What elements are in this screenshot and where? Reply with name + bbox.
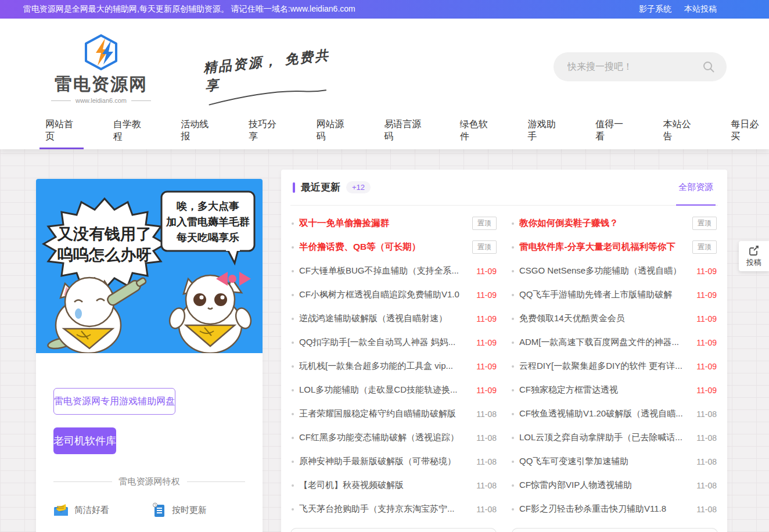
article-row: LOL多功能辅助（走砍显CD技能轨迹换...11-09 [292,378,497,402]
bullet-icon [512,413,514,415]
article-row: CF惊雷内部VIP人物透视辅助11-08 [512,473,717,497]
bullet-icon [292,437,294,439]
submit-post-float-button[interactable]: 投稿 [739,241,769,271]
logo-title: 雷电资源网 [43,74,159,94]
article-row: 【老司机】秋葵视频破解版11-08 [292,473,497,497]
site-logo[interactable]: 雷电资源网 www.leidian6.com [43,34,159,104]
edit-square-icon [748,245,760,256]
article-date: 11-08 [696,433,717,443]
article-link[interactable]: 王者荣耀国服稳定椿守约自瞄辅助破解版 [299,408,471,419]
article-date: 11-09 [696,290,717,300]
article-link[interactable]: 【老司机】秋葵视频破解版 [299,480,471,491]
nav-item-2[interactable]: 活动线报 [175,112,219,149]
article-link[interactable]: 飞天茅台抢购助手（支持京东淘宝苏宁... [299,504,471,515]
article-link[interactable]: CF影之刃轻击秒杀重击快刀辅助V11.8 [519,504,691,515]
section-title: 最近更新 [301,181,340,194]
latest-updates-card: 最近更新 +12 全部资源 双十一免单偷撸捡漏群置顶半价撸话费、QB等（可长期）… [281,170,727,532]
envelope-icon [53,503,69,517]
article-date: 11-09 [696,314,717,323]
feature-item-updates: 按时更新 [152,502,245,517]
nav-item-9[interactable]: 本站公告 [657,112,702,149]
feature-item-clean: 简洁好看 [53,502,146,517]
topbar-link-site-submit[interactable]: 本站投稿 [684,4,717,15]
article-link[interactable]: 雷电软件库-分享大量老司机福利等你下 [519,241,687,253]
bullet-icon [512,222,514,225]
nav-item-6[interactable]: 绿色软件 [454,112,498,149]
all-resources-link[interactable]: 全部资源 [676,170,716,206]
article-row: 免费领取14天优酷黄金会员11-09 [512,307,717,330]
article-link[interactable]: CF惊雷内部VIP人物透视辅助 [519,480,691,491]
feature-list: 简洁好看 按时更新 [53,502,245,532]
nav-item-5[interactable]: 易语言源码 [378,112,430,149]
article-link[interactable]: CF独家稳定方框雷达透视 [519,384,691,396]
privilege-divider: 雷电资源网特权 [53,476,245,487]
nav-item-8[interactable]: 值得一看 [590,112,634,149]
article-row: 玩机栈[一款集合超多功能的工具盒 vip...11-09 [292,354,497,378]
comic-bubble-left-line2: 呜呜怎么办呀 [58,246,152,264]
logo-domain: www.leidian6.com [43,97,159,104]
article-row: QQ扣字助手[一款全自动骂人神器 妈妈...11-09 [292,330,497,354]
article-link[interactable]: LOL多功能辅助（走砍显CD技能轨迹换... [299,384,471,396]
article-row: 逆战鸿途辅助破解版（透视自瞄射速）11-09 [292,307,497,330]
article-link[interactable]: 云程DIY[一款聚集超多DIY的软件 更有详... [519,361,691,372]
article-link[interactable]: LOL云顶之弈自动拿牌助手（已去除喊话... [519,432,691,443]
article-link[interactable]: QQ飞车可变速引擎加速辅助 [519,456,691,467]
bullet-icon [512,318,514,320]
article-link[interactable]: 玩机栈[一款集合超多功能的工具盒 vip... [299,361,471,372]
slogan-swoosh [206,85,329,107]
nav-item-10[interactable]: 每日必买 [725,112,769,149]
sticky-badge: 置顶 [692,240,717,254]
article-row: 教你如何倒卖鞋子赚钱？置顶 [512,211,717,235]
bullet-icon [512,270,514,272]
bullet-icon [512,461,514,463]
article-link[interactable]: 逆战鸿途辅助破解版（透视自瞄射速） [299,313,471,324]
topbar-link-shadow-system[interactable]: 影子系统 [639,4,671,15]
article-link[interactable]: 教你如何倒卖鞋子赚钱？ [519,217,687,229]
article-link[interactable]: CF大锤单板BUG不掉血辅助（支持全系... [299,265,471,276]
nav-item-1[interactable]: 自学教程 [107,112,152,149]
article-row: 双十一免单偷撸捡漏群置顶 [292,211,497,235]
main-nav: 网站首页自学教程活动线报技巧分享网站源码易语言源码绿色软件游戏助手值得一看本站公… [39,112,769,149]
bullet-icon [512,342,514,344]
article-row: 飞天茅台抢购助手（支持京东淘宝苏宁...11-08 [292,497,497,521]
article-link[interactable]: CSGO NetSense多功能辅助（透视自瞄） [519,265,691,276]
article-date: 11-09 [696,386,717,395]
site-announcement: 雷电资源网是全网最大的辅助网,每天更新原创辅助资源。 请记住唯一域名:www.l… [23,4,355,15]
bullet-icon [292,342,294,344]
nav-item-3[interactable]: 技巧分享 [243,112,287,149]
nav-item-4[interactable]: 网站源码 [311,112,355,149]
promo-comic-banner[interactable]: 又没有钱用了 呜呜怎么办呀 唉，多大点事 加入雷电薅羊毛群 每天吃喝享乐 [36,179,263,353]
article-link[interactable]: QQ扣字助手[一款全自动骂人神器 妈妈... [299,337,471,348]
game-assist-netdisk-button[interactable]: 雷电资源网专用游戏辅助网盘 [53,388,175,415]
article-row: ADM[一款高速下载百度网盘文件的神器...11-09 [512,330,717,354]
software-library-button[interactable]: 老司机软件库 [53,427,116,454]
article-date: 11-08 [476,505,497,514]
article-date: 11-09 [696,267,717,276]
article-row: QQ飞车可变速引擎加速辅助11-08 [512,450,717,473]
article-link[interactable]: CF红黑多功能变态辅助破解（透视追踪） [299,432,471,443]
next-section-previews [290,528,718,532]
article-link[interactable]: CF小枫树方框透视自瞄追踪免费辅助V1.0 [299,289,471,300]
bullet-icon [292,461,294,463]
article-link[interactable]: 半价撸话费、QB等（可长期） [299,241,467,253]
article-date: 11-09 [476,338,497,347]
article-row: 云程DIY[一款聚集超多DIY的软件 更有详...11-09 [512,354,717,378]
nav-item-0[interactable]: 网站首页 [39,112,84,149]
next-section-box-left [290,528,497,532]
article-link[interactable]: 原神安神助手最新版破解版（可带秘境） [299,456,471,467]
search-input[interactable] [567,62,702,72]
nav-item-7[interactable]: 游戏助手 [522,112,566,149]
article-date: 11-08 [476,433,497,443]
bullet-icon [512,294,514,296]
article-link[interactable]: QQ飞车手游辅助先锋者上市版辅助破解 [519,289,691,300]
article-link[interactable]: 免费领取14天优酷黄金会员 [519,313,691,324]
article-link[interactable]: ADM[一款高速下载百度网盘文件的神器... [519,337,691,348]
comic-bubble-right-line1: 唉，多大点事 [177,200,239,212]
search-icon[interactable] [702,60,715,73]
article-link[interactable]: CF牧鱼透视辅助V1.20破解版（透视自瞄... [519,408,691,419]
article-row: 半价撸话费、QB等（可长期）置顶 [292,235,497,259]
bullet-icon [512,484,514,487]
article-date: 11-08 [476,481,497,490]
article-row: 雷电软件库-分享大量老司机福利等你下置顶 [512,235,717,259]
article-link[interactable]: 双十一免单偷撸捡漏群 [299,217,467,229]
